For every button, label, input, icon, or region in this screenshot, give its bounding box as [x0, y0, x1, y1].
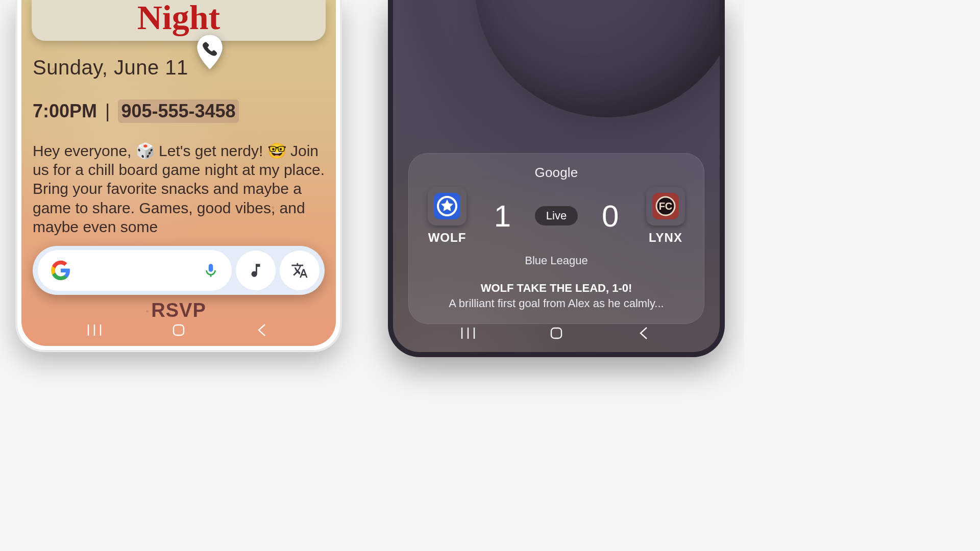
invite-separator: |: [105, 101, 110, 122]
google-brand-label: Google: [424, 165, 689, 181]
android-navbar: [393, 325, 720, 341]
fc-badge-icon: FC: [651, 192, 680, 220]
score-row: WOLF 1 Live 0 FC: [424, 187, 689, 245]
phone-right-frame: Google WOLF 1 Live 0: [388, 0, 725, 357]
phone-left-frame: Night Sunday, June 11 7:00PM | 905-555-3…: [15, 0, 342, 352]
team-a-abbr: WOLF: [428, 231, 467, 245]
nav-recents-button[interactable]: [85, 322, 104, 338]
team-b: FC LYNX: [643, 187, 689, 245]
nav-home-button[interactable]: [547, 325, 566, 341]
google-g-icon: [50, 260, 71, 281]
svg-rect-13: [551, 328, 561, 338]
android-navbar: [21, 322, 336, 338]
score-center: Live: [535, 206, 578, 226]
music-note-icon: [247, 262, 264, 279]
live-status-pill: Live: [535, 206, 578, 226]
translate-icon: [291, 262, 308, 279]
invite-time: 7:00PM: [33, 101, 97, 122]
nav-recents-button[interactable]: [459, 325, 477, 341]
google-search-field[interactable]: [38, 250, 232, 291]
invite-time-row: 7:00PM | 905-555-3458: [33, 99, 325, 123]
phone-call-pin-icon[interactable]: [195, 34, 225, 70]
nav-home-button[interactable]: [169, 322, 188, 338]
music-search-button[interactable]: [236, 251, 276, 290]
league-label: Blue League: [424, 254, 689, 267]
invite-description: Hey everyone, 🎲 Let's get nerdy! 🤓 Join …: [33, 141, 325, 236]
score-subline: A brilliant first goal from Alex as he c…: [424, 297, 689, 310]
svg-rect-3: [174, 325, 184, 335]
star-shield-icon: [433, 192, 461, 220]
team-b-badge: FC: [646, 187, 685, 226]
team-a-score: 1: [487, 198, 518, 234]
invite-date: Sunday, June 11: [33, 56, 325, 79]
phone-right-screen: Google WOLF 1 Live 0: [393, 0, 720, 352]
mic-icon[interactable]: [202, 262, 219, 279]
rsvp-label[interactable]: RSVP: [21, 299, 336, 321]
invite-body: Sunday, June 11 7:00PM | 905-555-3458 He…: [21, 41, 336, 236]
wallpaper-orb: [475, 0, 720, 117]
google-search-pill: [33, 246, 325, 295]
team-a-badge: [428, 187, 467, 226]
phone-left-screen: Night Sunday, June 11 7:00PM | 905-555-3…: [21, 0, 336, 346]
nav-back-button[interactable]: [254, 322, 272, 338]
invite-phone-number[interactable]: 905-555-3458: [118, 99, 238, 123]
team-a: WOLF: [424, 187, 470, 245]
team-b-abbr: LYNX: [649, 231, 682, 245]
sports-score-card[interactable]: Google WOLF 1 Live 0: [408, 153, 704, 324]
team-b-score: 0: [595, 198, 626, 234]
event-poster-title: Night: [137, 0, 220, 38]
svg-text:FC: FC: [659, 201, 673, 212]
nav-back-button[interactable]: [635, 325, 654, 341]
translate-button[interactable]: [280, 251, 320, 290]
score-headline: WOLF TAKE THE LEAD, 1-0!: [424, 282, 689, 295]
